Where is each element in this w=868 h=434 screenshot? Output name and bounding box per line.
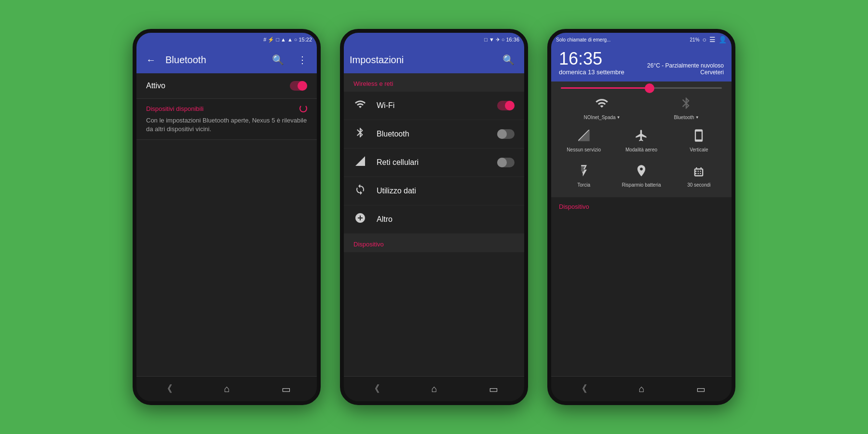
bluetooth-toggle-2[interactable] [497, 129, 515, 139]
nav-bar-1: 《 ⌂ ▭ [136, 376, 317, 401]
home-nav-2[interactable]: ⌂ [427, 380, 441, 398]
airplane-icon-2: ✈ [496, 37, 500, 43]
section-header-wireless: Wireless e reti [344, 73, 524, 92]
wifi-dropdown-arrow: ▼ [617, 115, 621, 120]
device-section-text: Dispositivo [559, 203, 589, 210]
altro-menu-item[interactable]: Altro [344, 205, 524, 234]
signal-icon-status: ▲ [287, 37, 293, 42]
disponibili-header: Dispositivi disponibili [146, 105, 307, 112]
app-bar-2: Impostazioni 🔍 [344, 46, 524, 73]
nav-bar-3: 《 ⌂ ▭ [551, 376, 732, 401]
status-icons-2: □ ▼ ✈ ○ 16:36 [484, 37, 519, 43]
battery-saver-icon [635, 164, 648, 180]
weather-block: 26°C - Parzialmente nuvoloso Cerveteri [647, 62, 724, 76]
cellular-toggle[interactable] [497, 158, 515, 167]
bolt-icon: ⚡ [268, 37, 274, 43]
home-nav-3[interactable]: ⌂ [635, 380, 648, 398]
airplane-label: Modalità aereo [625, 147, 657, 152]
section-header-device: Dispositivo [344, 234, 524, 252]
data-usage-menu-item[interactable]: Utilizzo dati [344, 177, 524, 205]
screen-2: Wireless e reti Wi-Fi Bluetooth [344, 73, 524, 376]
airplane-mode-icon [635, 129, 648, 145]
no-service-icon [577, 129, 591, 145]
bt-quick-icon [679, 96, 693, 113]
time-1: 15:22 [298, 37, 312, 42]
emergency-text: Solo chiamate di emerg... [556, 37, 610, 42]
rotate-label: Verticale [690, 147, 708, 152]
battery-saver-btn[interactable]: Risparmio batteria [614, 160, 668, 191]
bluetooth-toggle[interactable] [290, 81, 307, 91]
wifi-quick-icon [595, 96, 609, 113]
bluetooth-label: Bluetooth [377, 130, 488, 138]
recents-nav-3[interactable]: ▭ [692, 380, 709, 399]
toggle-thumb-1 [298, 81, 307, 91]
back-nav-2[interactable]: 《 [366, 379, 383, 399]
altro-label: Altro [377, 215, 515, 224]
battery-percentage: 21% [690, 37, 700, 42]
bt-quick-label: Bluetooth ▼ [674, 115, 699, 120]
search-button-1[interactable]: 🔍 [268, 50, 288, 69]
bluetooth-toggle-thumb [497, 129, 507, 139]
recents-nav-2[interactable]: ▭ [485, 380, 502, 399]
device-section: Dispositivo [551, 197, 732, 376]
wifi-icon-status: ▲ [281, 37, 286, 42]
status-icons-1: # ⚡ □ ▲ ▲ ○ 15:22 [263, 37, 312, 43]
app-bar-title-2: Impostazioni [350, 54, 493, 66]
brightness-row [557, 87, 726, 89]
hash-icon: # [263, 37, 266, 42]
toggle-label-1: Attivo [146, 81, 165, 90]
weather-text: 26°C - Parzialmente nuvoloso [647, 62, 724, 69]
wifi-name: NOInet_Spada [583, 115, 615, 120]
bluetooth-icon-menu [353, 127, 367, 141]
recents-nav-1[interactable]: ▭ [278, 380, 295, 399]
more-button-1[interactable]: ⋮ [294, 50, 311, 69]
time-date-block: 16:35 domenica 13 settembre [559, 50, 624, 76]
search-button-2[interactable]: 🔍 [499, 50, 518, 69]
timer-label: 30 secondi [687, 182, 710, 188]
home-nav-1[interactable]: ⌂ [220, 380, 233, 398]
time-2: 16:36 [506, 37, 519, 42]
back-button-1[interactable]: ← [142, 51, 160, 69]
no-service-label: Nessun servizio [567, 147, 601, 152]
plus-icon-menu [353, 212, 367, 227]
brightness-track[interactable] [561, 87, 722, 89]
back-nav-3[interactable]: 《 [573, 379, 591, 399]
notif-header: 16:35 domenica 13 settembre 26°C - Parzi… [551, 46, 732, 81]
screen-1: Attivo Dispositivi disponibili Con le im… [136, 73, 317, 376]
disponibili-section: Dispositivi disponibili Con le impostazi… [136, 99, 317, 140]
data-usage-label: Utilizzo dati [377, 187, 515, 195]
cellular-label: Reti cellulari [377, 158, 488, 167]
status-bar-1: # ⚡ □ ▲ ▲ ○ 15:22 [136, 33, 317, 46]
wifi-toggle-thumb [505, 101, 515, 110]
alarm-icon: ○ [294, 37, 298, 42]
bluetooth-menu-item[interactable]: Bluetooth [344, 120, 524, 149]
quick-settings: NOInet_Spada ▼ Bluetooth ▼ [551, 81, 732, 197]
battery-saver-label: Risparmio batteria [622, 182, 661, 188]
wifi-quick-item[interactable]: NOInet_Spada ▼ [583, 96, 620, 120]
data-icon-menu [353, 184, 367, 198]
phone-3: Solo chiamate di emerg... 21% ○ ☰ 👤 16:3… [547, 29, 735, 405]
clip-icon: □ [484, 37, 488, 42]
timer-btn[interactable]: 30 secondi [672, 160, 726, 191]
bt-name: Bluetooth [674, 115, 694, 120]
cellular-toggle-thumb [497, 158, 507, 167]
wifi-menu-item[interactable]: Wi-Fi [344, 92, 524, 120]
quick-buttons-grid: Nessun servizio Modalità aereo Verti [557, 125, 726, 191]
brightness-fill [561, 87, 650, 89]
bt-dropdown-arrow: ▼ [695, 115, 699, 120]
no-service-btn[interactable]: Nessun servizio [557, 125, 610, 156]
airplane-btn[interactable]: Modalità aereo [614, 125, 668, 156]
disponibili-title: Dispositivi disponibili [146, 105, 203, 112]
notif-date: domenica 13 settembre [559, 68, 624, 76]
notif-top-row: 16:35 domenica 13 settembre 26°C - Parzi… [559, 50, 724, 76]
message-icon: ☰ [709, 36, 716, 43]
rotate-btn[interactable]: Verticale [672, 125, 726, 156]
rotate-icon [692, 129, 705, 145]
bt-quick-item[interactable]: Bluetooth ▼ [674, 96, 699, 120]
cellular-menu-item[interactable]: Reti cellulari [344, 149, 524, 177]
flashlight-btn[interactable]: Torcia [557, 160, 610, 191]
brightness-thumb [645, 83, 654, 93]
back-nav-1[interactable]: 《 [159, 379, 176, 399]
spinner-icon [299, 105, 307, 112]
wifi-toggle[interactable] [497, 101, 515, 110]
